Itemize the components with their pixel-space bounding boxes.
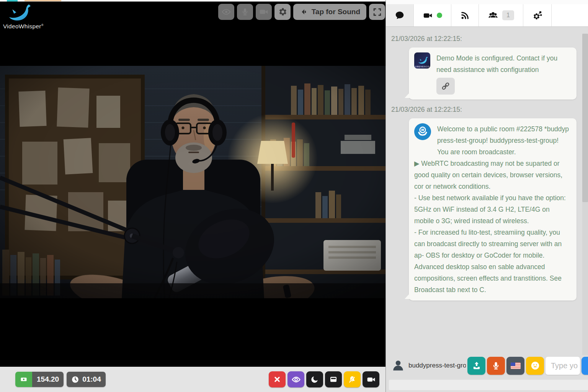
avatar-caption: OBENESCO — [414, 65, 430, 68]
chat-bubble-icon — [395, 10, 405, 20]
video-controls: Tap for Sound — [218, 4, 385, 20]
smiley-icon — [530, 361, 540, 371]
message-paragraph: - Use best network available if you have… — [414, 192, 571, 227]
fullscreen-button[interactable] — [369, 4, 385, 20]
bubble-tail — [405, 89, 413, 98]
dolphin-avatar-icon — [416, 56, 429, 65]
camera-toggle-button[interactable] — [363, 371, 379, 387]
video-bottom-bar: 154.20 01:04 — [0, 367, 385, 392]
registered-mark: ® — [41, 23, 44, 27]
preview-eye-button[interactable] — [218, 4, 234, 20]
chat-panel: 1 21/03/2026 at 12:22:15: OBENESCO — [385, 0, 588, 392]
window-panel-icon — [329, 375, 338, 384]
chat-message: OBENESCO Demo Mode is configured. Contac… — [409, 47, 577, 100]
muted-speaker-icon — [299, 8, 308, 16]
chat-bottom-strip — [389, 380, 588, 390]
progress-segment-orange — [24, 0, 61, 1]
message-timestamp: 21/03/2026 at 12:22:15: — [391, 35, 577, 43]
upload-file-button[interactable] — [467, 357, 485, 375]
room-avatar — [414, 123, 431, 140]
gear-icon — [278, 7, 287, 17]
top-progress-strip — [0, 0, 385, 2]
close-icon — [273, 375, 281, 384]
chat-scrollbar-thumb[interactable] — [582, 34, 588, 202]
upload-icon — [472, 361, 482, 371]
users-icon — [488, 10, 498, 21]
tap-for-sound-button[interactable]: Tap for Sound — [293, 4, 366, 20]
voice-message-button[interactable] — [487, 357, 505, 375]
balance-badge: 154.20 — [15, 372, 64, 387]
message-paragraph: - For increased fu lito-test, streamiing… — [414, 227, 571, 296]
chat-input-row: buddypress-test-group — [391, 356, 588, 375]
message-timestamp: 21/03/2026 at 12:22:15: — [391, 106, 577, 114]
settings-button[interactable] — [274, 4, 291, 20]
message-paragraph: Welcome to a public room #222578 *buddyp… — [437, 123, 571, 158]
tab-settings[interactable] — [523, 4, 552, 26]
videocam-icon — [366, 375, 376, 384]
camera-button[interactable] — [256, 4, 272, 20]
send-button[interactable] — [581, 357, 588, 375]
bubble-tail — [405, 290, 413, 299]
tab-chat[interactable] — [386, 4, 414, 26]
person-icon — [391, 359, 405, 372]
video-panel: VideoWhisper® Tap for Sound — [0, 0, 385, 392]
emoji-button[interactable] — [526, 357, 544, 375]
microphone-button[interactable] — [237, 4, 253, 20]
tab-users[interactable]: 1 — [479, 4, 523, 26]
rss-icon — [460, 11, 470, 20]
users-count-badge: 1 — [502, 10, 514, 20]
mute-notifications-button[interactable] — [344, 371, 361, 387]
message-paragraph: ▶ WebRTC broadcasting may not be suparte… — [414, 158, 571, 192]
tab-broadcast[interactable] — [414, 4, 451, 26]
videocam-icon — [423, 10, 433, 21]
broadcast-action-buttons — [269, 371, 379, 387]
videocam-icon — [259, 7, 269, 17]
fullscreen-icon — [372, 7, 382, 17]
money-icon — [20, 375, 28, 384]
duration-value: 01:04 — [82, 375, 101, 384]
link-attachment-button[interactable] — [436, 78, 455, 95]
chat-messages: 21/03/2026 at 12:22:15: OBENESCO Demo Mo… — [386, 27, 588, 355]
live-status-dot — [437, 13, 442, 18]
status-badges: 154.20 01:04 — [15, 372, 106, 387]
balance-value: 154.20 — [32, 372, 64, 387]
flag-icon — [511, 363, 521, 369]
chat-scrollbar-track[interactable] — [582, 34, 588, 355]
mic-icon — [491, 361, 501, 371]
current-username: buddypress-test-group — [408, 362, 466, 369]
hashtag-smile-icon — [415, 124, 430, 139]
language-flag-button[interactable] — [506, 357, 524, 375]
money-icon-cell — [15, 372, 32, 387]
preview-toggle-button[interactable] — [287, 371, 304, 387]
dolphin-logo-icon — [3, 2, 33, 24]
chat-message: Welcome to a public room #222578 *buddyp… — [409, 118, 577, 301]
duration-badge: 01:04 — [67, 372, 106, 387]
clock-icon — [71, 376, 79, 384]
mic-icon — [240, 7, 250, 16]
layout-panel-button[interactable] — [325, 371, 342, 387]
brand-name: VideoWhisper® — [3, 23, 44, 30]
videowhisper-logo: VideoWhisper® — [3, 2, 44, 30]
avatar: OBENESCO — [414, 52, 430, 69]
tabbar-filler — [552, 4, 588, 26]
moon-icon — [310, 375, 319, 384]
eye-icon — [291, 375, 301, 384]
services-gears-icon — [532, 10, 542, 21]
tap-for-sound-label: Tap for Sound — [312, 8, 360, 16]
message-text: Demo Mode is configured. Contact if you … — [436, 52, 571, 75]
bell-slash-icon — [348, 375, 357, 384]
message-input[interactable] — [546, 357, 580, 375]
chat-tabbar: 1 — [386, 0, 588, 27]
link-icon — [441, 81, 451, 91]
close-stream-button[interactable] — [269, 371, 286, 387]
webcam-video-frame — [0, 66, 385, 298]
dark-mode-button[interactable] — [306, 371, 323, 387]
tab-stream[interactable] — [451, 4, 479, 26]
progress-segment-teal — [7, 0, 18, 2]
eye-icon — [221, 7, 231, 17]
